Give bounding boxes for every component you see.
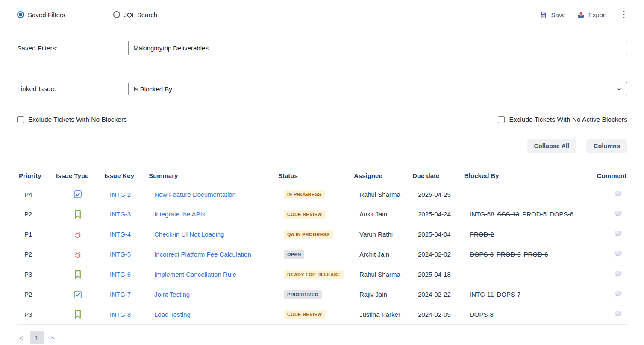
linked-issue-select-wrap: Is Blocked By bbox=[128, 82, 627, 96]
issue-key-cell: INTG-3 bbox=[103, 204, 147, 224]
summary-link[interactable]: Joint Testing bbox=[154, 291, 190, 298]
table-row: P3INTG-8Load TestingCODE REVIEWJustina P… bbox=[17, 304, 627, 325]
issue-key-link[interactable]: INTG-4 bbox=[110, 231, 131, 238]
status-badge: READY FOR RELEASE bbox=[284, 270, 344, 279]
summary-cell: Incorrect Platform Fee Calculation bbox=[147, 244, 276, 264]
linked-issue-label: Linked Issue: bbox=[17, 85, 128, 93]
saved-filters-input[interactable] bbox=[128, 41, 627, 55]
summary-cell: Integrate the APIs bbox=[147, 204, 276, 224]
story-icon bbox=[74, 310, 82, 319]
issue-key-link[interactable]: INTG-2 bbox=[110, 191, 131, 198]
radio-unselected-icon[interactable] bbox=[113, 11, 120, 18]
linked-issue-row: Linked Issue: Is Blocked By bbox=[17, 82, 627, 96]
comment-button[interactable] bbox=[614, 230, 622, 237]
overflow-menu-button[interactable] bbox=[620, 11, 627, 18]
page-number-button[interactable]: 1 bbox=[30, 331, 44, 344]
issue-key-link[interactable]: INTG-5 bbox=[110, 251, 131, 258]
issue-key-cell: INTG-7 bbox=[103, 284, 147, 304]
comment-button[interactable] bbox=[614, 310, 622, 317]
radio-selected-icon[interactable] bbox=[17, 11, 24, 18]
status-badge: CODE REVIEW bbox=[284, 210, 326, 219]
issue-type-cell bbox=[54, 184, 103, 204]
column-header-assignee: Assignee bbox=[352, 170, 411, 184]
due-date-cell: 2025-04-04 bbox=[411, 224, 462, 244]
comment-button[interactable] bbox=[614, 190, 622, 197]
table-row: P3INTG-6Implement Cancellation RuleREADY… bbox=[17, 264, 627, 284]
assignee-cell: Varun Rathi bbox=[352, 224, 411, 244]
exclude-no-active-blockers-label: Exclude Tickets With No Active Blockers bbox=[509, 116, 627, 123]
status-cell: OPEN bbox=[276, 244, 352, 264]
summary-link[interactable]: Incorrect Platform Fee Calculation bbox=[154, 251, 251, 258]
table-row: P2INTG-5Incorrect Platform Fee Calculati… bbox=[17, 244, 627, 264]
blocked-by-item: PROD-2 bbox=[470, 231, 494, 238]
prev-page-button[interactable]: < bbox=[17, 334, 25, 342]
story-icon bbox=[74, 210, 82, 219]
saved-filters-radio[interactable]: Saved Filters bbox=[17, 11, 65, 18]
assignee-cell: Justina Parker bbox=[352, 304, 411, 325]
due-date-cell: 2025-04-18 bbox=[411, 264, 462, 284]
summary-cell: Check-in UI Not Loading bbox=[147, 224, 276, 244]
priority-cell: P3 bbox=[17, 304, 54, 325]
summary-link[interactable]: Implement Cancellation Rule bbox=[154, 271, 236, 278]
priority-cell: P1 bbox=[17, 224, 54, 244]
blocked-by-cell: DOPS-8 bbox=[462, 304, 594, 325]
comment-cell bbox=[594, 284, 627, 304]
status-badge: QA IN PROGRESS bbox=[284, 230, 333, 239]
issue-type-cell bbox=[54, 224, 103, 244]
save-button[interactable]: Save bbox=[539, 11, 565, 19]
kebab-menu-icon bbox=[623, 11, 625, 18]
due-date-cell: 2025-04-24 bbox=[411, 204, 462, 224]
issue-key-link[interactable]: INTG-7 bbox=[110, 291, 131, 298]
blocked-by-item: INTG-68 bbox=[470, 211, 494, 218]
saved-filters-label: Saved Filters: bbox=[17, 44, 128, 52]
toolbar-right: Save Export bbox=[539, 11, 627, 19]
priority-cell: P2 bbox=[17, 284, 54, 304]
comment-button[interactable] bbox=[614, 210, 622, 217]
comment-button[interactable] bbox=[614, 290, 622, 297]
due-date-cell: 2024-02-22 bbox=[411, 284, 462, 304]
summary-link[interactable]: Load Testing bbox=[154, 311, 191, 318]
comment-button[interactable] bbox=[614, 270, 622, 277]
issue-type-cell bbox=[54, 304, 103, 325]
blocked-by-item: INTG-11 bbox=[470, 291, 494, 298]
issues-table-body: P4INTG-2New Feature DocumentationIN PROG… bbox=[17, 184, 627, 325]
summary-link[interactable]: Integrate the APIs bbox=[154, 211, 205, 218]
issue-key-link[interactable]: INTG-6 bbox=[110, 271, 131, 278]
status-cell: PRIORITIZED bbox=[276, 284, 352, 304]
toolbar: Saved Filters JQL Search Save Export bbox=[17, 9, 627, 20]
columns-button[interactable]: Columns bbox=[586, 139, 627, 153]
assignee-cell: Rahul Sharma bbox=[352, 184, 411, 204]
column-header-summary: Summary bbox=[147, 170, 276, 184]
priority-cell: P3 bbox=[17, 264, 54, 284]
summary-link[interactable]: New Feature Documentation bbox=[154, 191, 236, 198]
export-button[interactable]: Export bbox=[577, 11, 607, 19]
jql-search-radio[interactable]: JQL Search bbox=[113, 11, 158, 18]
summary-cell: Implement Cancellation Rule bbox=[147, 264, 276, 284]
summary-link[interactable]: Check-in UI Not Loading bbox=[154, 231, 224, 238]
blocked-by-cell bbox=[462, 184, 594, 204]
blocked-by-item: PROD-6 bbox=[524, 251, 548, 258]
story-icon bbox=[74, 270, 82, 279]
collapse-all-button[interactable]: Collapse All bbox=[527, 139, 576, 153]
status-badge: CODE REVIEW bbox=[284, 310, 326, 319]
status-cell: CODE REVIEW bbox=[276, 304, 352, 325]
summary-cell: Joint Testing bbox=[147, 284, 276, 304]
issue-key-link[interactable]: INTG-8 bbox=[110, 311, 131, 318]
comment-cell bbox=[594, 204, 627, 224]
exclude-no-blockers-checkbox[interactable]: Exclude Tickets With No Blockers bbox=[17, 116, 127, 123]
exclude-no-active-blockers-checkbox[interactable]: Exclude Tickets With No Active Blockers bbox=[498, 116, 627, 123]
table-header-row: PriorityIssue TypeIssue KeySummaryStatus… bbox=[17, 170, 627, 184]
checkbox-icon[interactable] bbox=[498, 116, 505, 123]
blocked-by-cell: DOPS-3PROD-3PROD-6 bbox=[462, 244, 594, 264]
exclude-options-row: Exclude Tickets With No Blockers Exclude… bbox=[17, 116, 627, 123]
column-header-status: Status bbox=[276, 170, 352, 184]
issue-key-cell: INTG-5 bbox=[103, 244, 147, 264]
issue-key-link[interactable]: INTG-3 bbox=[110, 211, 131, 218]
pagination: < 1 > bbox=[17, 331, 627, 344]
next-page-button[interactable]: > bbox=[48, 334, 56, 342]
linked-issue-select[interactable]: Is Blocked By bbox=[128, 82, 627, 96]
checkbox-icon[interactable] bbox=[17, 116, 24, 123]
priority-cell: P2 bbox=[17, 204, 54, 224]
jql-search-radio-label: JQL Search bbox=[124, 11, 158, 18]
comment-button[interactable] bbox=[614, 250, 622, 257]
